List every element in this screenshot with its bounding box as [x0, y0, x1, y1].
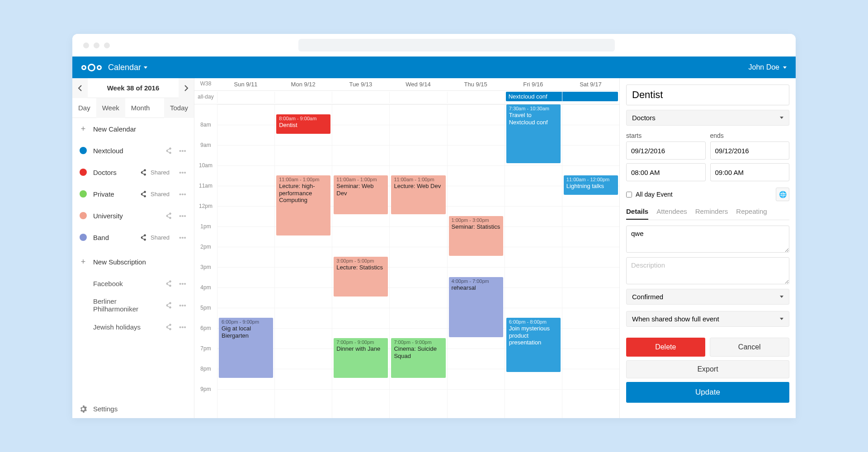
calendar-event[interactable]: 6:00pm - 9:00pmGig at local Biergarten	[219, 318, 273, 378]
view-week-button[interactable]: Week	[96, 98, 125, 118]
window-dot[interactable]	[94, 42, 99, 48]
allday-cell[interactable]	[217, 92, 274, 103]
delete-button[interactable]: Delete	[626, 338, 705, 357]
event-time-label: 11:00am - 1:00pm	[394, 177, 443, 182]
view-switcher: Day Week Month Today	[72, 98, 194, 118]
end-date-input[interactable]	[710, 141, 790, 160]
today-button[interactable]: Today	[164, 98, 194, 118]
export-button[interactable]: Export	[626, 360, 789, 378]
more-icon[interactable]: •••	[179, 169, 187, 176]
day-column[interactable]: 1:00pm - 3:00pmSeminar: Statistics4:00pm…	[447, 104, 505, 418]
allday-cell[interactable]: Nextcloud conf	[505, 92, 562, 103]
window-dot[interactable]	[83, 42, 89, 48]
update-button[interactable]: Update	[626, 382, 789, 403]
calendar-event[interactable]: 6:00pm - 8:00pmJoin mysterious product p…	[506, 318, 561, 372]
more-icon[interactable]: •••	[179, 323, 187, 331]
share-icon[interactable]	[164, 147, 172, 154]
app-switcher[interactable]: Calendar	[108, 63, 147, 72]
day-column[interactable]: 11:00am - 1:00pmSeminar: Web Dev3:00pm -…	[332, 104, 389, 418]
calendar-event[interactable]: 1:00pm - 3:00pmSeminar: Statistics	[449, 216, 503, 256]
detail-tabs: Details Attendees Reminders Repeating	[626, 207, 789, 220]
new-calendar-button[interactable]: + New Calendar	[72, 118, 194, 140]
chevron-down-icon	[780, 117, 783, 119]
event-details-panel: Doctors starts ends All day Event	[619, 78, 796, 418]
share-icon[interactable]	[139, 191, 147, 198]
window-dot[interactable]	[104, 42, 110, 48]
allday-cell[interactable]	[332, 92, 389, 103]
share-icon[interactable]	[164, 212, 172, 219]
tab-attendees[interactable]: Attendees	[656, 207, 687, 220]
sharing-select[interactable]: When shared show full event	[626, 311, 789, 327]
event-title-label: Lightning talks	[566, 183, 615, 190]
calendar-event[interactable]: 11:00am - 12:00pmLightning talks	[564, 175, 618, 195]
calendar-event[interactable]: 7:30am - 10:30amTravel to Nextcloud conf	[506, 104, 561, 163]
shared-label: Shared	[151, 169, 170, 176]
more-icon[interactable]: •••	[179, 280, 187, 287]
plus-icon: +	[80, 257, 87, 267]
share-icon[interactable]	[164, 280, 172, 287]
url-bar[interactable]	[298, 39, 615, 52]
day-column[interactable]: 11:00am - 12:00pmLightning talks	[562, 104, 619, 418]
allday-cell[interactable]	[562, 92, 619, 103]
user-menu[interactable]: John Doe	[749, 63, 787, 71]
calendar-event[interactable]: 3:00pm - 5:00pmLecture: Statistics	[334, 257, 388, 297]
status-select[interactable]: Confirmed	[626, 289, 789, 305]
calendar-item[interactable]: DoctorsShared•••	[72, 161, 194, 183]
start-time-input[interactable]	[626, 163, 706, 181]
view-day-button[interactable]: Day	[72, 98, 96, 118]
next-week-button[interactable]	[179, 78, 194, 98]
view-month-button[interactable]: Month	[125, 98, 156, 118]
new-calendar-label: New Calendar	[93, 125, 187, 133]
share-icon[interactable]	[164, 324, 172, 330]
share-icon[interactable]	[139, 169, 147, 176]
calendar-item[interactable]: Nextcloud•••	[72, 140, 194, 161]
more-icon[interactable]: •••	[179, 301, 187, 309]
start-date-input[interactable]	[626, 141, 706, 160]
tab-reminders[interactable]: Reminders	[695, 207, 728, 220]
event-title-input[interactable]	[626, 85, 789, 105]
tab-details[interactable]: Details	[626, 207, 648, 220]
more-icon[interactable]: •••	[179, 234, 187, 241]
event-time-label: 11:00am - 1:00pm	[279, 177, 328, 182]
location-input[interactable]: qwe	[626, 226, 789, 253]
day-header: Fri 9/16	[505, 78, 562, 90]
tab-repeating[interactable]: Repeating	[736, 207, 767, 220]
calendar-event[interactable]: 7:00pm - 9:00pmDinner with Jane	[334, 338, 388, 378]
calendar-event[interactable]: 8:00am - 9:00amDentist	[276, 114, 330, 134]
calendar-event[interactable]: 7:00pm - 9:00pmCinema: Suicide Squad	[391, 338, 445, 378]
calendar-event[interactable]: 11:00am - 1:00pmLecture: high-performanc…	[276, 175, 330, 235]
more-icon[interactable]: •••	[179, 147, 187, 155]
day-column[interactable]: 7:30am - 10:30amTravel to Nextcloud conf…	[505, 104, 562, 418]
allday-cell[interactable]	[447, 92, 505, 103]
more-icon[interactable]: •••	[179, 190, 187, 198]
share-icon[interactable]	[164, 302, 172, 309]
calendar-item[interactable]: PrivateShared•••	[72, 183, 194, 205]
allday-checkbox[interactable]	[626, 192, 632, 198]
new-subscription-button[interactable]: + New Subscription	[72, 251, 194, 273]
share-icon[interactable]	[139, 234, 147, 241]
timezone-button[interactable]: 🌐	[776, 188, 789, 201]
event-time-label: 6:00pm - 8:00pm	[509, 319, 558, 325]
calendar-select[interactable]: Doctors	[626, 110, 789, 126]
allday-cell[interactable]	[389, 92, 447, 103]
description-input[interactable]	[626, 257, 789, 284]
subscription-item[interactable]: Jewish holidays•••	[72, 316, 194, 338]
allday-label: all-day	[194, 91, 217, 104]
calendar-event[interactable]: 11:00am - 1:00pmLecture: Web Dev	[391, 175, 445, 214]
end-time-input[interactable]	[710, 163, 790, 181]
day-column[interactable]: 6:00pm - 9:00pmGig at local Biergarten	[217, 104, 274, 418]
cancel-button[interactable]: Cancel	[710, 338, 790, 357]
subscription-item[interactable]: Berliner Philharmoniker•••	[72, 294, 194, 316]
day-column[interactable]: 8:00am - 9:00amDentist11:00am - 1:00pmLe…	[274, 104, 332, 418]
prev-week-button[interactable]	[72, 78, 88, 98]
day-column[interactable]: 11:00am - 1:00pmLecture: Web Dev7:00pm -…	[389, 104, 447, 418]
calendar-item[interactable]: BandShared•••	[72, 226, 194, 248]
settings-button[interactable]: Settings	[72, 400, 194, 418]
more-icon[interactable]: •••	[179, 212, 187, 220]
calendar-event[interactable]: 4:00pm - 7:00pmrehearsal	[449, 277, 503, 337]
subscription-item[interactable]: Facebook•••	[72, 273, 194, 294]
grid-body[interactable]: 8am9am10am11am12pm1pm2pm3pm4pm5pm6pm7pm8…	[194, 104, 619, 418]
allday-cell[interactable]	[274, 92, 332, 103]
calendar-event[interactable]: 11:00am - 1:00pmSeminar: Web Dev	[334, 175, 388, 214]
calendar-item[interactable]: University•••	[72, 205, 194, 226]
